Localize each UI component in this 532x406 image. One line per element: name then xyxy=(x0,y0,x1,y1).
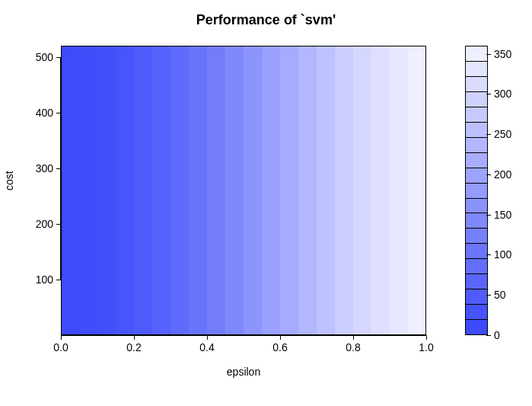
x-axis-title: epsilon xyxy=(61,366,426,378)
y-tick-label: 300 xyxy=(36,162,53,174)
x-tick-label: 0.2 xyxy=(126,341,141,353)
heatmap-band xyxy=(317,46,335,335)
heatmap-band xyxy=(244,46,262,335)
legend-tick-label: 300 xyxy=(494,88,511,100)
heatmap-band xyxy=(298,46,317,335)
y-tick xyxy=(56,280,61,280)
heatmap-band xyxy=(225,46,244,335)
legend-cell xyxy=(465,107,488,123)
x-tick xyxy=(61,335,62,340)
legend-cell xyxy=(465,274,488,289)
heatmap-band xyxy=(408,46,426,335)
legend-cell xyxy=(465,289,488,305)
legend-tick xyxy=(486,174,491,175)
legend-cell xyxy=(465,320,488,335)
legend-tick xyxy=(486,335,491,336)
legend-cell xyxy=(465,199,488,214)
y-tick-label: 200 xyxy=(36,218,53,230)
legend-tick xyxy=(486,94,491,94)
heatmap-band xyxy=(353,46,371,335)
legend-tick xyxy=(486,54,491,55)
x-tick xyxy=(207,335,208,340)
heatmap-band xyxy=(390,46,408,335)
legend-cell xyxy=(465,62,488,77)
x-tick-label: 0.8 xyxy=(346,341,360,353)
legend-tick xyxy=(486,254,491,255)
x-tick xyxy=(426,335,427,340)
y-tick xyxy=(56,224,61,225)
heatmap-band xyxy=(152,46,170,335)
heatmap-band xyxy=(280,46,298,335)
x-axis-line xyxy=(61,335,426,336)
legend-cell xyxy=(465,123,488,138)
color-legend xyxy=(465,46,488,335)
legend-cell xyxy=(465,92,488,107)
legend-tick-label: 150 xyxy=(494,209,511,221)
x-tick-label: 0.0 xyxy=(53,341,68,353)
legend-tick-label: 100 xyxy=(494,248,511,261)
heatmap-band xyxy=(116,46,134,335)
y-axis-title: cost xyxy=(3,171,15,190)
heatmap-band xyxy=(170,46,189,335)
x-tick-label: 0.6 xyxy=(272,341,287,353)
legend-cell xyxy=(465,305,488,320)
heatmap-band xyxy=(97,46,116,335)
legend-cell xyxy=(465,168,488,184)
legend-cell xyxy=(465,153,488,168)
heatmap-band xyxy=(189,46,207,335)
legend-tick-label: 200 xyxy=(494,168,511,181)
x-tick xyxy=(134,335,135,340)
legend-cell xyxy=(465,229,488,244)
y-tick xyxy=(56,113,61,113)
legend-tick-label: 250 xyxy=(494,128,511,140)
chart-title: Performance of `svm' xyxy=(0,12,532,28)
legend-cell xyxy=(465,138,488,153)
legend-tick-label: 0 xyxy=(494,329,500,341)
y-tick-label: 500 xyxy=(36,51,53,63)
legend-tick xyxy=(486,295,491,296)
legend-cell xyxy=(465,259,488,274)
legend-tick-label: 350 xyxy=(494,48,511,60)
heatmap-band xyxy=(335,46,353,335)
x-axis: 0.00.20.40.60.81.0 xyxy=(61,335,426,366)
color-legend-labels: 050100150200250300350 xyxy=(492,46,518,335)
y-tick xyxy=(56,57,61,58)
heatmap-band xyxy=(79,46,97,335)
legend-tick xyxy=(486,134,491,135)
chart-root: Performance of `svm' 0.00.20.40.60.81.0 … xyxy=(0,0,532,406)
heatmap-bands xyxy=(61,46,426,335)
heatmap-plot-area xyxy=(61,46,426,335)
legend-cell xyxy=(465,77,488,92)
heatmap-band xyxy=(262,46,280,335)
legend-tick xyxy=(486,215,491,216)
x-tick xyxy=(353,335,354,340)
y-axis: 100200300400500 xyxy=(30,46,61,335)
legend-tick-label: 50 xyxy=(494,289,506,301)
legend-cell xyxy=(465,184,488,199)
heatmap-band xyxy=(207,46,225,335)
legend-cell xyxy=(465,244,488,259)
heatmap-band xyxy=(134,46,152,335)
x-tick-label: 1.0 xyxy=(419,341,433,353)
x-tick-label: 0.4 xyxy=(199,341,214,353)
heatmap-band xyxy=(61,46,79,335)
heatmap-band xyxy=(371,46,390,335)
legend-cell xyxy=(465,213,488,229)
y-tick xyxy=(56,168,61,169)
x-tick xyxy=(280,335,281,340)
y-tick-label: 100 xyxy=(36,273,53,286)
legend-cell xyxy=(465,46,488,62)
y-tick-label: 400 xyxy=(36,107,53,119)
